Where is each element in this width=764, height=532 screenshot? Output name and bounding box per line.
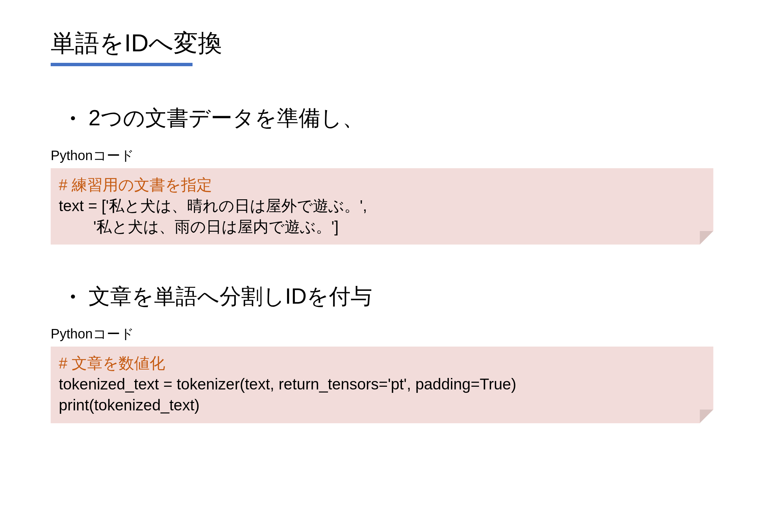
bullet-icon (71, 295, 75, 299)
title-underline (51, 63, 193, 66)
slide-title: 単語をIDへ変換 (51, 27, 713, 59)
code-line: print(tokenized_text) (59, 395, 705, 415)
code-line: tokenized_text = tokenizer(text, return_… (59, 374, 705, 395)
code-comment: # 練習用の文書を指定 (59, 174, 705, 195)
bullet-item: 文章を単語へ分割しIDを付与 (71, 282, 713, 311)
bullet-text: 2つの文書データを準備し、 (88, 103, 364, 133)
code-comment: # 文章を数値化 (59, 353, 705, 374)
bullet-text: 文章を単語へ分割しIDを付与 (88, 282, 372, 311)
code-label: Pythonコード (51, 325, 713, 343)
code-block: # 文章を数値化 tokenized_text = tokenizer(text… (51, 347, 713, 423)
code-line: '私と犬は、雨の日は屋内で遊ぶ。'] (59, 216, 705, 237)
bullet-item: 2つの文書データを準備し、 (71, 103, 713, 133)
slide: 単語をIDへ変換 2つの文書データを準備し、 Pythonコード # 練習用の文… (0, 0, 764, 532)
page-curl-mask (700, 410, 713, 423)
bullet-icon (71, 116, 75, 120)
code-line: text = ['私と犬は、晴れの日は屋外で遊ぶ。', (59, 195, 705, 216)
code-label: Pythonコード (51, 146, 713, 165)
page-curl-mask (700, 231, 713, 245)
code-block: # 練習用の文書を指定 text = ['私と犬は、晴れの日は屋外で遊ぶ。', … (51, 168, 713, 245)
